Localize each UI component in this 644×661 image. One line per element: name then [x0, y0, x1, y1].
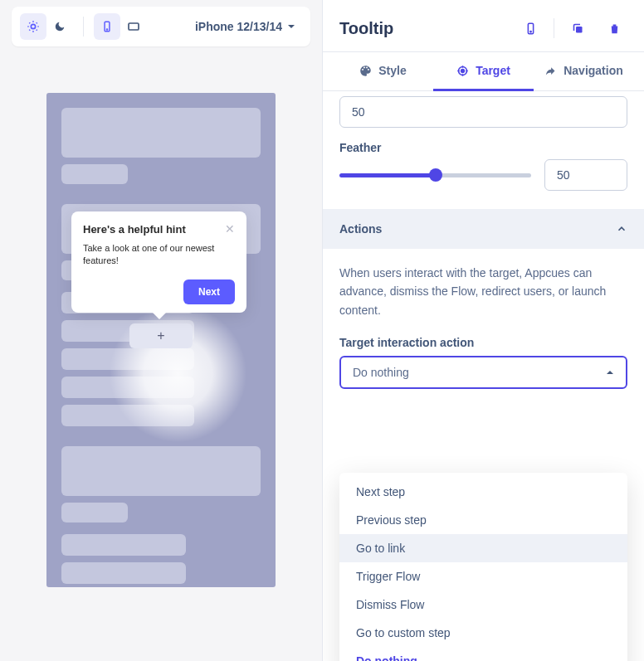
feather-label: Feather: [339, 141, 627, 154]
preview-stage: + Here's a helpful hint ✕ Take a look at…: [0, 53, 322, 661]
editor-body: Feather Actions When users interact with…: [323, 91, 644, 661]
mobile-device-button[interactable]: [94, 13, 120, 40]
dropdown-option-do-nothing[interactable]: Do nothing: [339, 647, 627, 661]
dropdown-option-dismiss-flow[interactable]: Dismiss Flow: [339, 591, 627, 619]
dropdown-option-custom-step[interactable]: Go to custom step: [339, 619, 627, 647]
toolbar-divider: [83, 17, 84, 36]
svg-rect-6: [576, 27, 583, 33]
actions-section-content: When users interact with the target, App…: [323, 249, 644, 404]
tab-target[interactable]: Target: [433, 52, 534, 91]
tooltip-target[interactable]: +: [129, 323, 193, 348]
interaction-action-select[interactable]: Do nothing: [339, 356, 627, 389]
actions-section-title: Actions: [339, 222, 382, 236]
device-selector[interactable]: iPhone 12/13/14: [188, 17, 302, 36]
device-toggle-group: [94, 13, 147, 40]
actions-section-header[interactable]: Actions: [323, 209, 644, 249]
tooltip-popup: Here's a helpful hint ✕ Take a look at o…: [71, 211, 246, 313]
tooltip-body: Take a look at one of our newest feature…: [83, 242, 235, 268]
size-input[interactable]: [339, 96, 627, 128]
dark-mode-button[interactable]: [46, 13, 73, 40]
feather-input[interactable]: [544, 159, 627, 191]
phone-mockup: + Here's a helpful hint ✕ Take a look at…: [46, 93, 276, 587]
preview-panel: iPhone 12/13/14: [0, 0, 322, 661]
mockup-block: [61, 377, 194, 398]
tooltip-close-button[interactable]: ✕: [225, 223, 235, 235]
tab-target-label: Target: [476, 64, 510, 77]
tab-navigation[interactable]: Navigation: [534, 52, 634, 91]
plus-icon: +: [157, 328, 164, 343]
preview-device-button[interactable]: [517, 15, 544, 41]
mockup-block: [61, 562, 186, 584]
interaction-action-label: Target interaction action: [339, 336, 627, 349]
device-label: iPhone 12/13/14: [195, 20, 282, 33]
svg-point-0: [31, 24, 35, 28]
editor-panel: Tooltip Style: [322, 0, 644, 661]
tooltip-title: Here's a helpful hint: [83, 223, 186, 236]
tab-style[interactable]: Style: [333, 52, 433, 91]
mockup-block: [61, 503, 128, 522]
chevron-down-icon: [287, 22, 295, 31]
feather-slider[interactable]: [339, 173, 531, 177]
actions-description: When users interact with the target, App…: [339, 264, 627, 319]
svg-point-2: [106, 29, 107, 30]
target-icon: [456, 65, 469, 77]
dropdown-option-previous-step[interactable]: Previous step: [339, 506, 627, 534]
caret-up-icon: [606, 368, 614, 377]
tab-navigation-label: Navigation: [564, 64, 623, 77]
chevron-up-icon: [616, 223, 627, 235]
phone-icon: [101, 21, 113, 32]
delete-button[interactable]: [601, 15, 627, 41]
mockup-block: [61, 534, 186, 556]
theme-toggle-group: [20, 13, 73, 40]
mockup-block: [61, 446, 261, 496]
trash-icon: [608, 22, 621, 35]
select-value: Do nothing: [353, 366, 409, 379]
moon-icon: [54, 21, 66, 32]
copy-icon: [572, 22, 584, 35]
svg-point-5: [529, 31, 530, 32]
tablet-icon: [127, 20, 140, 33]
dropdown-option-go-to-link[interactable]: Go to link: [339, 534, 627, 562]
share-icon: [544, 65, 557, 77]
close-icon: ✕: [225, 222, 235, 236]
palette-icon: [359, 65, 372, 77]
mockup-block: [61, 348, 194, 370]
sun-icon: [27, 20, 40, 33]
mockup-block: [61, 164, 128, 184]
tooltip-next-button[interactable]: Next: [183, 279, 235, 304]
dropdown-option-next-step[interactable]: Next step: [339, 478, 627, 506]
mockup-block: [61, 405, 194, 426]
light-mode-button[interactable]: [20, 13, 46, 40]
mockup-block: [61, 108, 261, 158]
editor-tabs: Style Target Navigation: [323, 52, 644, 91]
svg-point-8: [461, 69, 465, 72]
duplicate-button[interactable]: [564, 15, 591, 41]
header-divider: [554, 18, 554, 38]
tablet-device-button[interactable]: [120, 13, 147, 40]
editor-header: Tooltip: [323, 0, 644, 52]
tab-style-label: Style: [378, 64, 406, 77]
phone-icon: [524, 22, 537, 35]
preview-toolbar: iPhone 12/13/14: [12, 7, 310, 46]
svg-rect-3: [129, 23, 139, 30]
interaction-action-dropdown: Next step Previous step Go to link Trigg…: [339, 473, 627, 661]
dropdown-option-trigger-flow[interactable]: Trigger Flow: [339, 562, 627, 591]
editor-title: Tooltip: [339, 19, 507, 38]
